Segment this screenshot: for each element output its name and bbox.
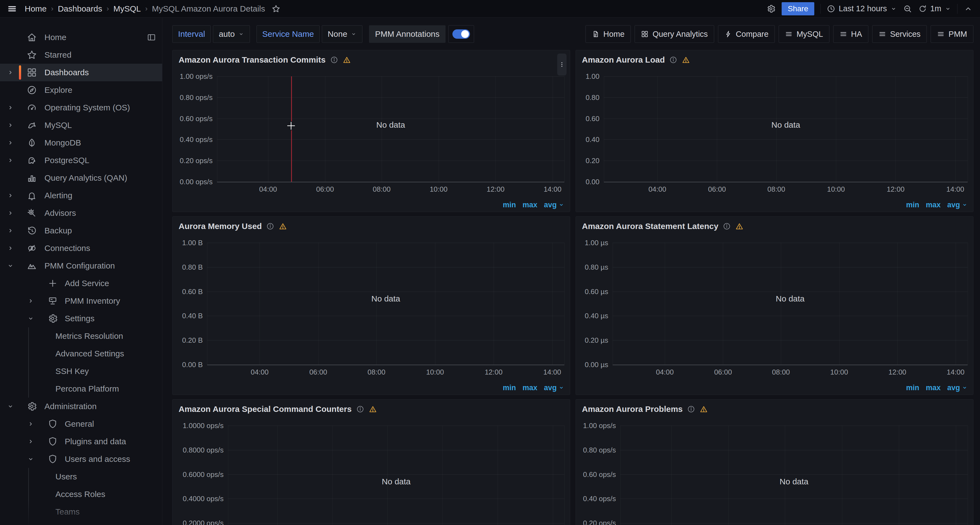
chevron-right-icon[interactable] xyxy=(6,245,14,252)
chevron-right-icon[interactable] xyxy=(6,69,14,76)
refresh-interval-label[interactable]: 1m xyxy=(930,4,941,13)
breadcrumb-item[interactable]: Dashboards xyxy=(58,4,102,13)
panel-header[interactable]: Amazon Aurora Transaction Commits xyxy=(173,50,570,67)
info-icon[interactable] xyxy=(330,56,338,64)
sidebar-item-percona-platform[interactable]: Percona Platform xyxy=(0,380,162,397)
info-icon[interactable] xyxy=(687,405,695,413)
breadcrumb-item[interactable]: MySQL xyxy=(113,4,141,13)
dashboard-link-query-analytics[interactable]: Query Analytics xyxy=(635,25,714,43)
legend-calc-avg[interactable]: avg xyxy=(947,384,968,392)
sidebar-item-starred[interactable]: Starred xyxy=(0,46,162,64)
chevron-right-icon[interactable] xyxy=(6,122,14,129)
plot-area[interactable]: No data xyxy=(228,426,564,525)
panel-menu-kebab[interactable] xyxy=(557,54,566,75)
sidebar-item-settings[interactable]: Settings xyxy=(0,310,162,327)
chevron-right-icon[interactable] xyxy=(6,104,14,111)
panel-header[interactable]: Amazon Aurora Problems xyxy=(576,399,973,416)
chevron-down-icon[interactable] xyxy=(27,315,35,322)
panel-header[interactable]: Amazon Aurora Load xyxy=(576,50,973,67)
sidebar-item-access-roles[interactable]: Access Roles xyxy=(0,485,162,503)
legend-calc-max[interactable]: max xyxy=(926,201,940,209)
sidebar-item-service-accounts[interactable]: Service accounts xyxy=(0,520,162,525)
sidebar-item-users[interactable]: Users xyxy=(0,468,162,485)
sidebar-item-postgresql[interactable]: PostgreSQL xyxy=(0,152,162,169)
sidebar-item-metrics-resolution[interactable]: Metrics Resolution xyxy=(0,327,162,345)
legend-calc-min[interactable]: min xyxy=(906,201,919,209)
panel-title[interactable]: Amazon Aurora Transaction Commits xyxy=(178,55,326,64)
legend-calc-max[interactable]: max xyxy=(926,384,940,392)
legend-calc-min[interactable]: min xyxy=(906,384,919,392)
share-button[interactable]: Share xyxy=(782,2,814,15)
panel-title[interactable]: Amazon Aurora Load xyxy=(582,55,665,64)
info-icon[interactable] xyxy=(669,56,678,64)
sidebar-item-advisors[interactable]: Advisors xyxy=(0,204,162,222)
chevron-right-icon[interactable] xyxy=(6,192,14,199)
plot-area[interactable]: No data xyxy=(612,243,968,365)
sidebar-item-plugins-and-data[interactable]: Plugins and data xyxy=(0,433,162,450)
sidebar-item-ssh-key[interactable]: SSH Key xyxy=(0,362,162,380)
plot-area[interactable]: No data xyxy=(217,77,564,182)
dashboard-link-ha[interactable]: HA xyxy=(833,25,868,43)
warning-icon[interactable] xyxy=(682,56,690,64)
sidebar-item-query-analytics-qan[interactable]: Query Analytics (QAN) xyxy=(0,169,162,187)
sidebar-item-add-service[interactable]: Add Service xyxy=(0,274,162,292)
chevron-down-icon[interactable] xyxy=(27,456,35,463)
chevron-right-icon[interactable] xyxy=(6,139,14,146)
panel-title[interactable]: Amazon Aurora Special Command Counters xyxy=(178,404,352,414)
warning-icon[interactable] xyxy=(735,222,743,230)
sidebar-item-advanced-settings[interactable]: Advanced Settings xyxy=(0,345,162,362)
warning-icon[interactable] xyxy=(700,405,708,413)
warning-icon[interactable] xyxy=(279,222,287,230)
pmm-annotations-toggle[interactable] xyxy=(448,25,474,43)
star-dashboard-icon[interactable] xyxy=(272,5,280,13)
chevron-right-icon[interactable] xyxy=(6,227,14,234)
sidebar-item-backup[interactable]: Backup xyxy=(0,222,162,239)
info-icon[interactable] xyxy=(723,222,731,230)
sidebar-item-users-and-access[interactable]: Users and access xyxy=(0,450,162,468)
info-icon[interactable] xyxy=(356,405,364,413)
plot-area[interactable]: No data xyxy=(620,426,968,525)
chevron-right-icon[interactable] xyxy=(27,438,35,445)
panel-title[interactable]: Aurora Memory Used xyxy=(178,222,262,231)
panel-header[interactable]: Aurora Memory Used xyxy=(173,217,570,234)
chevron-right-icon[interactable] xyxy=(6,209,14,217)
breadcrumb-item[interactable]: Home xyxy=(25,4,47,13)
sidebar-item-teams[interactable]: Teams xyxy=(0,503,162,520)
dashboard-link-compare[interactable]: Compare xyxy=(718,25,775,43)
legend-calc-min[interactable]: min xyxy=(503,384,516,392)
warning-icon[interactable] xyxy=(369,405,377,413)
dashboard-link-home[interactable]: Home xyxy=(585,25,631,43)
plot-area[interactable]: No data xyxy=(604,77,968,182)
info-icon[interactable] xyxy=(266,222,274,230)
sidebar-item-general[interactable]: General xyxy=(0,415,162,433)
chevron-down-icon[interactable] xyxy=(6,403,14,410)
hamburger-menu-icon[interactable] xyxy=(7,4,17,14)
service-name-dropdown[interactable]: None xyxy=(322,25,363,43)
zoom-out-icon[interactable] xyxy=(903,4,912,13)
sidebar-item-administration[interactable]: Administration xyxy=(0,397,162,415)
interval-dropdown[interactable]: auto xyxy=(213,25,250,43)
sidebar-item-mysql[interactable]: MySQL xyxy=(0,116,162,134)
legend-calc-avg[interactable]: avg xyxy=(544,384,564,392)
dashboard-link-services[interactable]: Services xyxy=(872,25,927,43)
legend-calc-min[interactable]: min xyxy=(503,201,516,209)
sidebar-item-alerting[interactable]: Alerting xyxy=(0,187,162,204)
sidebar-item-pmm-configuration[interactable]: PMM Configuration xyxy=(0,257,162,274)
chevron-right-icon[interactable] xyxy=(27,420,35,428)
time-range-picker[interactable]: Last 12 hours xyxy=(827,4,897,13)
plot-area[interactable]: No data xyxy=(207,243,564,365)
sidebar-item-mongodb[interactable]: MongoDB xyxy=(0,134,162,152)
sidebar-item-home[interactable]: Home xyxy=(0,29,162,46)
sidebar-item-operating-system-os[interactable]: Operating System (OS) xyxy=(0,99,162,116)
chevron-down-icon[interactable] xyxy=(6,262,14,270)
dashboard-link-mysql[interactable]: MySQL xyxy=(779,25,829,43)
panel-title[interactable]: Amazon Aurora Statement Latency xyxy=(582,222,718,231)
warning-icon[interactable] xyxy=(343,56,351,64)
legend-calc-max[interactable]: max xyxy=(522,201,537,209)
refresh-icon[interactable] xyxy=(918,5,927,13)
sidebar-item-connections[interactable]: Connections xyxy=(0,239,162,257)
panel-header[interactable]: Amazon Aurora Special Command Counters xyxy=(173,399,570,416)
dock-sidebar-icon[interactable] xyxy=(147,33,156,42)
panel-header[interactable]: Amazon Aurora Statement Latency xyxy=(576,217,973,234)
legend-calc-avg[interactable]: avg xyxy=(947,201,968,209)
